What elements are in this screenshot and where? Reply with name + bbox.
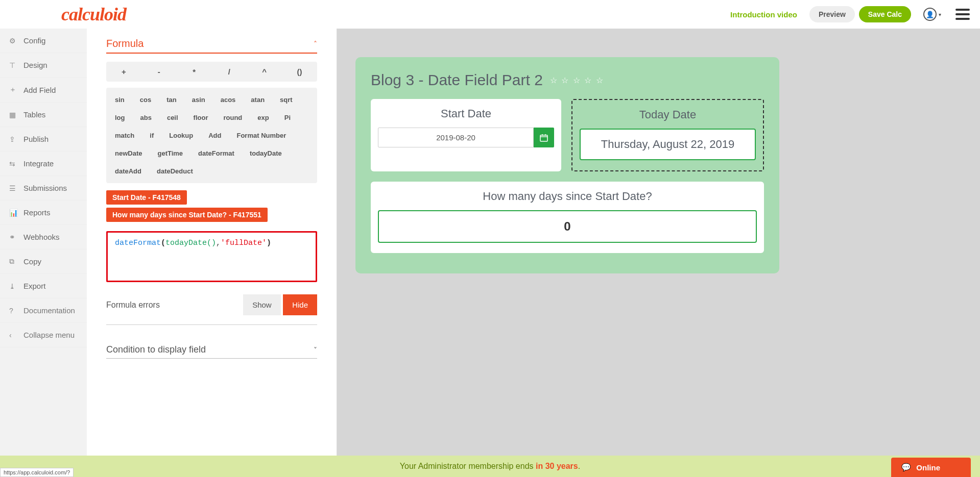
chevron-down-icon: ˅ bbox=[314, 346, 317, 354]
user-icon: 👤 bbox=[923, 8, 937, 21]
sidebar-label: Copy bbox=[23, 257, 41, 266]
sidebar-item-design[interactable]: ⊤Design bbox=[0, 53, 87, 78]
sidebar-label: Tables bbox=[23, 110, 45, 119]
formula-section-toggle[interactable]: Formula ˄ bbox=[106, 29, 317, 54]
user-menu[interactable]: 👤 ▾ bbox=[923, 8, 941, 21]
function-if[interactable]: if bbox=[142, 127, 161, 144]
sidebar-item-publish[interactable]: ⇪Publish bbox=[0, 127, 87, 152]
operator-^[interactable]: ^ bbox=[247, 62, 282, 82]
preview-button[interactable]: Preview bbox=[809, 6, 855, 22]
canvas-area: Blog 3 - Date Field Part 2 ☆ ☆ ☆ ☆ ☆ Sta… bbox=[337, 29, 980, 477]
function-cos[interactable]: cos bbox=[132, 91, 159, 109]
sidebar-item-integrate[interactable]: ⇆Integrate bbox=[0, 152, 87, 176]
function-asin[interactable]: asin bbox=[184, 91, 213, 109]
sidebar-item-submissions[interactable]: ☰Submissions bbox=[0, 176, 87, 200]
status-bar-url: https://app.calculoid.com/? bbox=[0, 468, 74, 477]
field-reference-tag[interactable]: How many days since Start Date? - F41755… bbox=[106, 208, 268, 222]
formula-editor[interactable]: dateFormat(todayDate(),'fullDate') bbox=[106, 231, 317, 282]
formula-panel: Formula ˄ +-*/^() sincostanasinacosatans… bbox=[87, 29, 337, 477]
hide-errors-button[interactable]: Hide bbox=[283, 294, 317, 315]
function-sqrt[interactable]: sqrt bbox=[272, 91, 300, 109]
function-gettime[interactable]: getTime bbox=[150, 144, 190, 162]
operator--[interactable]: - bbox=[141, 62, 177, 82]
calculator-card: Blog 3 - Date Field Part 2 ☆ ☆ ☆ ☆ ☆ Sta… bbox=[355, 57, 779, 273]
function-tan[interactable]: tan bbox=[159, 91, 184, 109]
days-since-value: 0 bbox=[378, 210, 757, 243]
sidebar-icon: ⊤ bbox=[9, 61, 17, 69]
sidebar-label: Export bbox=[23, 282, 45, 290]
function-atan[interactable]: atan bbox=[243, 91, 272, 109]
function-grid: sincostanasinacosatansqrtlogabsceilfloor… bbox=[106, 88, 317, 183]
sidebar-icon: ＋ bbox=[9, 85, 17, 94]
sidebar-label: Submissions bbox=[23, 184, 67, 192]
sidebar-icon: 📊 bbox=[9, 209, 17, 217]
sidebar-icon: ⧉ bbox=[9, 257, 17, 266]
sidebar-label: Publish bbox=[23, 135, 49, 143]
chat-widget[interactable]: 💬 Online bbox=[891, 458, 971, 477]
sidebar-item-copy[interactable]: ⧉Copy bbox=[0, 249, 87, 274]
hamburger-menu[interactable] bbox=[955, 9, 970, 20]
sidebar-icon: ⇪ bbox=[9, 135, 17, 143]
function-newdate[interactable]: newDate bbox=[107, 144, 150, 162]
function-log[interactable]: log bbox=[107, 109, 133, 127]
function-format-number[interactable]: Format Number bbox=[229, 127, 294, 144]
function-dateformat[interactable]: dateFormat bbox=[190, 144, 242, 162]
sidebar-label: Add Field bbox=[23, 86, 56, 94]
logo: calculoid bbox=[61, 4, 126, 25]
sidebar-label: Documentation bbox=[23, 306, 75, 315]
sidebar-item-reports[interactable]: 📊Reports bbox=[0, 200, 87, 225]
operator-*[interactable]: * bbox=[177, 62, 212, 82]
sidebar-item-webhooks[interactable]: ⚭Webhooks bbox=[0, 225, 87, 249]
function-add[interactable]: Add bbox=[201, 127, 229, 144]
function-round[interactable]: round bbox=[216, 109, 250, 127]
sidebar-label: Design bbox=[23, 61, 47, 69]
chevron-up-icon: ˄ bbox=[314, 40, 317, 48]
caret-down-icon: ▾ bbox=[939, 12, 941, 17]
sidebar-item-collapse-menu[interactable]: ‹Collapse menu bbox=[0, 323, 87, 347]
operator-+[interactable]: + bbox=[106, 62, 141, 82]
function-pi[interactable]: Pi bbox=[277, 109, 298, 127]
function-datededuct[interactable]: dateDeduct bbox=[149, 162, 201, 180]
function-todaydate[interactable]: todayDate bbox=[242, 144, 290, 162]
function-floor[interactable]: floor bbox=[186, 109, 216, 127]
today-date-field[interactable]: Today Date Thursday, August 22, 2019 bbox=[571, 99, 764, 171]
function-dateadd[interactable]: dateAdd bbox=[107, 162, 149, 180]
field-reference-tag[interactable]: Start Date - F417548 bbox=[106, 190, 187, 205]
condition-section-toggle[interactable]: Condition to display field ˅ bbox=[106, 335, 317, 359]
start-date-input[interactable] bbox=[378, 128, 534, 147]
formula-heading: Formula bbox=[106, 38, 144, 49]
operator-/[interactable]: / bbox=[211, 62, 247, 82]
sidebar-item-documentation[interactable]: ?Documentation bbox=[0, 298, 87, 323]
sidebar-label: Config bbox=[23, 36, 45, 45]
rating-stars[interactable]: ☆ ☆ ☆ ☆ ☆ bbox=[550, 76, 604, 85]
sidebar-item-config[interactable]: ⚙Config bbox=[0, 29, 87, 53]
calculator-title: Blog 3 - Date Field Part 2 bbox=[371, 71, 543, 89]
today-date-label: Today Date bbox=[580, 108, 756, 121]
membership-footer: Your Administrator membership ends in 30… bbox=[0, 456, 980, 477]
function-acos[interactable]: acos bbox=[213, 91, 244, 109]
calendar-icon[interactable] bbox=[534, 128, 554, 147]
condition-heading: Condition to display field bbox=[106, 344, 206, 355]
function-match[interactable]: match bbox=[107, 127, 142, 144]
sidebar-item-tables[interactable]: ▦Tables bbox=[0, 103, 87, 127]
function-abs[interactable]: abs bbox=[133, 109, 159, 127]
days-since-field[interactable]: How many days since Start Date? 0 bbox=[371, 182, 764, 253]
sidebar-item-add-field[interactable]: ＋Add Field bbox=[0, 78, 87, 103]
intro-video-link[interactable]: Introduction video bbox=[730, 10, 797, 19]
function-ceil[interactable]: ceil bbox=[159, 109, 186, 127]
sidebar-item-export[interactable]: ⤓Export bbox=[0, 274, 87, 298]
function-lookup[interactable]: Lookup bbox=[161, 127, 201, 144]
function-sin[interactable]: sin bbox=[107, 91, 132, 109]
sidebar-label: Collapse menu bbox=[23, 331, 75, 339]
function-exp[interactable]: exp bbox=[250, 109, 276, 127]
save-calc-button[interactable]: Save Calc bbox=[859, 6, 911, 22]
today-date-value: Thursday, August 22, 2019 bbox=[580, 129, 756, 160]
show-errors-button[interactable]: Show bbox=[243, 294, 281, 315]
sidebar-label: Reports bbox=[23, 208, 51, 217]
sidebar-icon: ☰ bbox=[9, 184, 17, 192]
start-date-field[interactable]: Start Date bbox=[371, 99, 561, 171]
sidebar-icon: ? bbox=[9, 307, 17, 315]
sidebar-label: Integrate bbox=[23, 159, 54, 168]
sidebar: ⚙Config⊤Design＋Add Field▦Tables⇪Publish⇆… bbox=[0, 29, 87, 477]
operator-()[interactable]: () bbox=[282, 62, 317, 82]
